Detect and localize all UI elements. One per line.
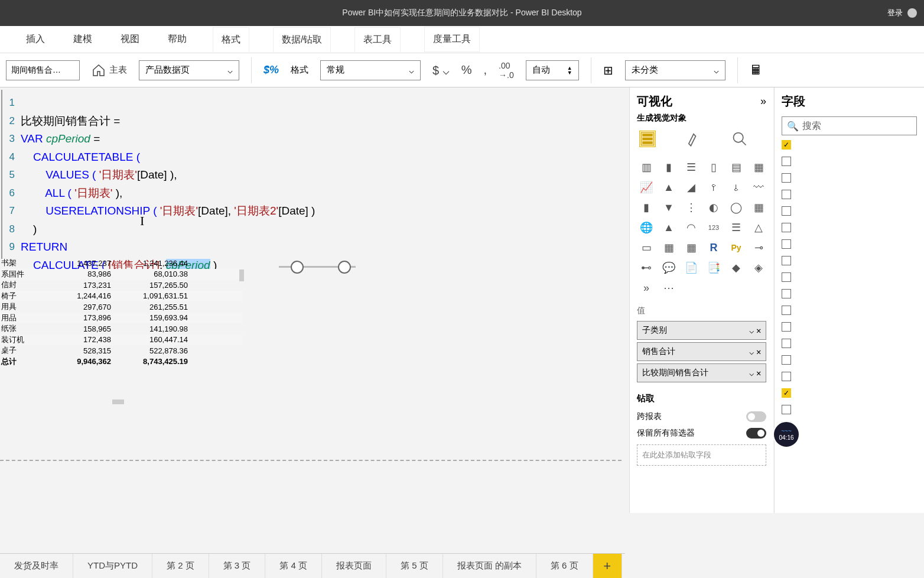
ribbon-chart-icon[interactable]: 〰 xyxy=(749,179,768,196)
scatter-icon[interactable]: ⋮ xyxy=(682,199,701,216)
field-well-item[interactable]: 子类别⌵ ✕ xyxy=(637,321,766,340)
r-visual-icon[interactable]: R xyxy=(704,239,723,256)
line-chart-icon[interactable]: 📈 xyxy=(637,179,656,196)
currency-button[interactable]: $ ⌵ xyxy=(432,63,450,77)
resize-handle-horizontal[interactable] xyxy=(112,400,124,404)
powerapps-icon[interactable]: ◆ xyxy=(727,259,746,276)
field-item[interactable] xyxy=(782,272,917,282)
field-well-item[interactable]: 销售合计⌵ ✕ xyxy=(637,342,766,361)
tab-insert[interactable]: 插入 xyxy=(24,26,47,53)
dax-code[interactable]: 比较期间销售合计 = VAR cpPeriod = CALCULATETABLE… xyxy=(21,94,315,274)
py-visual-icon[interactable]: Py xyxy=(727,239,746,256)
line-column2-icon[interactable]: ⫰ xyxy=(727,179,746,196)
pie-icon[interactable]: ◐ xyxy=(704,199,723,216)
login-button[interactable]: 登录 xyxy=(887,8,917,18)
checkbox-icon[interactable] xyxy=(782,256,791,265)
multirow-card-icon[interactable]: ☰ xyxy=(727,219,746,236)
field-item[interactable] xyxy=(782,173,917,183)
checkbox-icon[interactable] xyxy=(782,355,791,365)
checkbox-checked-icon[interactable]: ✓ xyxy=(782,388,791,398)
slicer-icon[interactable]: ▭ xyxy=(637,239,656,256)
filled-map-icon[interactable]: ▲ xyxy=(659,219,678,236)
key-influencers-icon[interactable]: ⊸ xyxy=(749,239,768,256)
chevron-down-icon[interactable]: ⌵ xyxy=(749,326,754,335)
custom-visual-icon[interactable]: ◈ xyxy=(749,259,768,276)
checkbox-icon[interactable] xyxy=(782,272,791,282)
field-item[interactable]: ✓ xyxy=(782,140,917,150)
page-tab[interactable]: 第 4 页 xyxy=(265,554,322,578)
checkbox-icon[interactable] xyxy=(782,206,791,216)
donut-icon[interactable]: ◯ xyxy=(727,199,746,216)
decomposition-icon[interactable]: ⊷ xyxy=(637,259,656,276)
tab-data-drill[interactable]: 数据/钻取 xyxy=(273,27,331,52)
table-icon[interactable]: ▦ xyxy=(659,239,678,256)
tab-view[interactable]: 视图 xyxy=(118,26,142,53)
100stacked-bar-icon[interactable]: ▤ xyxy=(727,159,746,176)
remove-field-icon[interactable]: ✕ xyxy=(756,347,761,356)
format-select[interactable]: 常规⌵ xyxy=(320,60,421,80)
decimals-select[interactable]: 自动▲▼ xyxy=(526,60,579,80)
page-tab[interactable]: 第 5 页 xyxy=(386,554,443,578)
category-select[interactable]: 未分类⌵ xyxy=(625,60,725,80)
checkbox-icon[interactable] xyxy=(782,190,791,199)
calculator-icon[interactable]: 🖩 xyxy=(750,63,763,78)
page-tab[interactable]: 第 2 页 xyxy=(152,554,209,578)
resize-handle-vertical[interactable] xyxy=(239,269,244,281)
chevron-down-icon[interactable]: ⌵ xyxy=(749,368,754,378)
more-visuals-icon[interactable]: » xyxy=(637,280,656,296)
tab-help[interactable]: 帮助 xyxy=(165,26,189,53)
checkbox-icon[interactable] xyxy=(782,405,791,414)
field-item[interactable] xyxy=(782,256,917,265)
drill-field-well[interactable]: 在此处添加钻取字段 xyxy=(637,444,766,466)
qa-icon[interactable]: 💬 xyxy=(659,259,678,276)
field-item[interactable] xyxy=(782,157,917,166)
measure-name-input[interactable] xyxy=(6,60,80,80)
field-item[interactable] xyxy=(782,421,917,431)
page-tab[interactable]: YTD与PYTD xyxy=(73,554,152,578)
narrative-icon[interactable]: 📄 xyxy=(682,259,701,276)
chevron-down-icon[interactable]: ⌵ xyxy=(749,347,754,356)
page-tab[interactable]: 第 3 页 xyxy=(209,554,266,578)
checkbox-icon[interactable] xyxy=(782,223,791,232)
field-item[interactable] xyxy=(782,190,917,199)
field-item[interactable] xyxy=(782,206,917,216)
checkbox-icon[interactable] xyxy=(782,173,791,183)
stacked-bar-icon[interactable]: ▥ xyxy=(637,159,656,176)
checkbox-icon[interactable] xyxy=(782,372,791,381)
kpi-icon[interactable]: △ xyxy=(749,219,768,236)
decimals-button[interactable]: .00→.0 xyxy=(499,61,514,80)
comma-button[interactable]: , xyxy=(484,63,487,77)
checkbox-icon[interactable] xyxy=(782,306,791,315)
remove-field-icon[interactable]: ✕ xyxy=(756,326,761,335)
line-column-icon[interactable]: ⫯ xyxy=(704,179,723,196)
field-item[interactable] xyxy=(782,239,917,249)
tab-format[interactable]: 格式 xyxy=(213,27,249,52)
funnel-icon[interactable]: ▼ xyxy=(659,199,678,216)
map-icon[interactable]: 🌐 xyxy=(637,219,656,236)
field-item[interactable]: ✓ xyxy=(782,388,917,398)
field-well-item[interactable]: 比较期间销售合计⌵ ✕ xyxy=(637,363,766,382)
treemap-icon[interactable]: ▦ xyxy=(749,199,768,216)
percent-button[interactable]: % xyxy=(461,63,472,77)
checkbox-checked-icon[interactable]: ✓ xyxy=(782,140,791,150)
tab-table-tools[interactable]: 表工具 xyxy=(354,27,401,52)
checkbox-icon[interactable] xyxy=(782,239,791,249)
slicer-visual[interactable] xyxy=(279,266,356,268)
add-page-button[interactable]: + xyxy=(593,554,622,578)
analytics-icon[interactable] xyxy=(731,131,748,147)
remove-field-icon[interactable]: ✕ xyxy=(756,368,761,378)
tab-measure-tools[interactable]: 度量工具 xyxy=(424,27,480,52)
field-item[interactable] xyxy=(782,405,917,414)
paginated-icon[interactable]: 📑 xyxy=(704,259,723,276)
field-item[interactable] xyxy=(782,339,917,348)
field-item[interactable] xyxy=(782,372,917,381)
field-item[interactable] xyxy=(782,223,917,232)
fields-search-input[interactable]: 🔍 搜索 xyxy=(782,116,917,135)
clustered-bar-icon[interactable]: ☰ xyxy=(682,159,701,176)
get-visuals-icon[interactable]: ⋯ xyxy=(659,280,678,296)
checkbox-icon[interactable] xyxy=(782,157,791,166)
table-visual[interactable]: 书架1,437,2371,241,236.44 系国件83,98668,010.… xyxy=(0,258,242,367)
field-item[interactable] xyxy=(782,289,917,298)
page-tab[interactable]: 报表页面 xyxy=(322,554,386,578)
checkbox-icon[interactable] xyxy=(782,339,791,348)
